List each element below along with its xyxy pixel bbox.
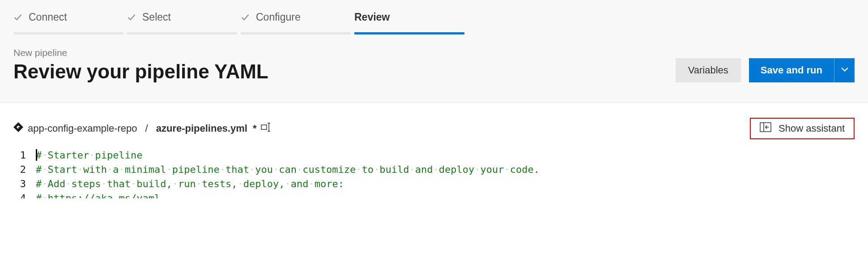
- stepper-tab-configure[interactable]: Configure: [241, 0, 351, 34]
- chevron-down-icon: [841, 65, 849, 75]
- wizard-stepper: Connect Select Configure Review: [0, 0, 868, 35]
- check-icon: [127, 13, 136, 22]
- show-assistant-button[interactable]: Show assistant: [750, 118, 855, 139]
- editor-content[interactable]: #·Starter·pipeline #·Start·with·a·minima…: [36, 148, 540, 198]
- stepper-tab-label: Review: [354, 11, 390, 23]
- show-assistant-label: Show assistant: [779, 123, 845, 134]
- page-subtitle: New pipeline: [13, 47, 268, 58]
- stepper-tab-label: Connect: [29, 11, 67, 23]
- page-header: New pipeline Review your pipeline YAML V…: [0, 35, 868, 103]
- check-icon: [13, 13, 22, 22]
- code-line: #·https://aka.ms/yaml: [36, 191, 540, 198]
- stepper-tab-label: Configure: [256, 11, 301, 23]
- save-and-run-group: Save and run: [749, 58, 855, 82]
- repo-name[interactable]: app-config-example-repo: [28, 123, 137, 134]
- line-number: 2: [13, 163, 26, 177]
- text-cursor: [36, 149, 37, 161]
- line-number: 1: [13, 148, 26, 163]
- code-line: #·Add·steps·that·build,·run·tests,·deplo…: [36, 177, 540, 191]
- stepper-tab-connect[interactable]: Connect: [13, 0, 123, 34]
- file-name[interactable]: azure-pipelines.yml: [156, 123, 247, 134]
- check-icon: [241, 13, 250, 22]
- breadcrumb: app-config-example-repo / azure-pipeline…: [13, 122, 272, 135]
- breadcrumb-separator: /: [145, 123, 148, 134]
- page-title: Review your pipeline YAML: [13, 61, 268, 82]
- code-line: #·Starter·pipeline: [36, 148, 540, 163]
- stepper-tab-review[interactable]: Review: [354, 0, 464, 34]
- save-and-run-dropdown[interactable]: [834, 58, 855, 82]
- editor-gutter: 1 2 3 4: [13, 148, 36, 198]
- repo-icon: [13, 122, 23, 135]
- panel-collapse-icon: [760, 122, 771, 135]
- line-number: 3: [13, 177, 26, 191]
- yaml-editor[interactable]: 1 2 3 4 #·Starter·pipeline #·Start·with·…: [0, 147, 868, 198]
- svg-rect-0: [261, 125, 267, 129]
- code-line: #·Start·with·a·minimal·pipeline·that·you…: [36, 163, 540, 177]
- rename-icon[interactable]: [261, 123, 272, 134]
- stepper-tab-label: Select: [142, 11, 171, 23]
- unsaved-indicator: *: [253, 123, 257, 134]
- stepper-tab-select[interactable]: Select: [127, 0, 237, 34]
- file-toolbar: app-config-example-repo / azure-pipeline…: [0, 103, 868, 147]
- save-and-run-button[interactable]: Save and run: [749, 58, 834, 82]
- variables-button[interactable]: Variables: [676, 58, 741, 82]
- line-number: 4: [13, 191, 26, 198]
